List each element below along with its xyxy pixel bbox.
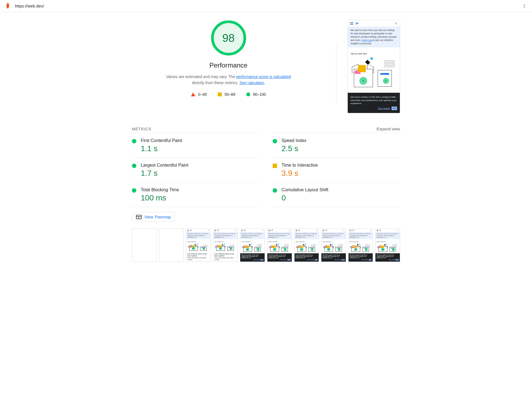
metric-row: First Contentful Paint1.1 s <box>132 133 259 158</box>
preview-about: About web.dev <box>348 47 400 57</box>
average-indicator-icon <box>273 164 277 168</box>
page-url: https://web.dev/ <box>15 4 517 8</box>
filmstrip-frame[interactable]: We want to hear from you! We are looking… <box>213 228 238 262</box>
triangle-icon <box>191 92 195 96</box>
svg-line-7 <box>397 24 397 25</box>
filmstrip-frame[interactable]: We want to hear from you! We are looking… <box>321 228 346 262</box>
hero-section: 98 Performance Values are estimated and … <box>132 20 400 113</box>
metric-row: Cumulative Layout Shift0 <box>273 182 400 207</box>
filmstrip: We want to hear from you! We are looking… <box>132 228 400 262</box>
svg-point-3 <box>524 7 525 8</box>
metric-row: Time to Interactive3.9 s <box>273 158 400 182</box>
svg-line-18 <box>290 231 290 231</box>
pass-indicator-icon <box>132 188 136 193</box>
svg-rect-0 <box>7 4 8 4</box>
pass-indicator-icon <box>132 139 136 143</box>
treemap-icon <box>136 215 142 219</box>
filmstrip-frame[interactable] <box>159 228 184 262</box>
svg-point-1 <box>524 4 525 5</box>
calculator-link[interactable]: See calculator. <box>239 81 265 85</box>
metric-value: 1.1 s <box>141 144 259 153</box>
score-description: Values are estimated and may vary. The p… <box>165 74 292 86</box>
svg-point-13 <box>235 230 236 231</box>
expand-view-toggle[interactable]: Expand view <box>377 127 400 131</box>
metric-value: 2.5 s <box>282 144 400 153</box>
filmstrip-frame[interactable]: We want to hear from you! We are looking… <box>294 228 319 262</box>
filmstrip-frame[interactable]: We want to hear from you! We are looking… <box>348 228 373 262</box>
svg-line-26 <box>398 231 399 231</box>
pass-indicator-icon <box>132 164 136 168</box>
metric-row: Largest Contentful Paint1.7 s <box>132 158 259 182</box>
circle-icon <box>246 92 250 96</box>
svg-line-16 <box>263 231 264 231</box>
more-menu-button[interactable] <box>521 3 528 9</box>
square-icon <box>218 92 222 96</box>
svg-line-20 <box>317 231 318 231</box>
svg-point-2 <box>524 6 525 6</box>
svg-point-11 <box>208 230 209 231</box>
preview-banner: We want to hear from you! We are looking… <box>348 27 400 47</box>
metric-value: 1.7 s <box>141 169 259 178</box>
filmstrip-frame[interactable]: We want to hear from you! We are looking… <box>375 228 400 262</box>
svg-point-6 <box>395 22 397 24</box>
metric-name: Total Blocking Time <box>141 187 259 192</box>
svg-point-17 <box>289 230 290 231</box>
metrics-section-label: METRICS <box>132 127 151 131</box>
filmstrip-frame[interactable]: We want to hear from you! We are looking… <box>240 228 265 262</box>
metric-name: Cumulative Layout Shift <box>282 187 400 192</box>
search-icon <box>395 22 398 25</box>
svg-line-14 <box>236 231 236 231</box>
metric-value: 0 <box>282 193 400 202</box>
topbar: https://web.dev/ <box>0 0 532 12</box>
score-calc-link[interactable]: performance score is calculated <box>236 74 291 79</box>
filmstrip-frame[interactable] <box>132 228 157 262</box>
hamburger-icon <box>350 22 353 25</box>
filmstrip-frame[interactable]: We want to hear from you! We are looking… <box>267 228 292 262</box>
svg-line-24 <box>371 231 372 231</box>
score-value: 98 <box>211 20 247 56</box>
metrics-grid: First Contentful Paint1.1 sSpeed Index2.… <box>132 133 400 207</box>
metric-name: Speed Index <box>282 138 400 143</box>
metric-value: 100 ms <box>141 193 259 202</box>
metric-value: 3.9 s <box>282 169 400 178</box>
svg-point-19 <box>316 230 317 231</box>
metric-name: Time to Interactive <box>282 163 400 168</box>
score-title: Performance <box>209 61 247 69</box>
svg-line-12 <box>209 231 209 231</box>
svg-point-15 <box>262 230 263 231</box>
webdev-logo-icon <box>355 22 359 25</box>
metric-name: First Contentful Paint <box>141 138 259 143</box>
score-legend: 0–49 50–89 90–100 <box>191 92 266 97</box>
metric-name: Largest Contentful Paint <box>141 163 259 168</box>
svg-point-25 <box>397 230 398 231</box>
pass-indicator-icon <box>273 139 277 143</box>
metric-row: Total Blocking Time100 ms <box>132 182 259 207</box>
svg-point-23 <box>370 230 371 231</box>
svg-point-21 <box>343 230 344 231</box>
page-screenshot-preview: We want to hear from you! We are looking… <box>347 20 400 113</box>
vertical-divider <box>336 45 336 105</box>
pass-indicator-icon <box>273 188 277 193</box>
svg-line-22 <box>344 231 345 231</box>
filmstrip-frame[interactable]: We want to hear from you! We are looking… <box>186 228 211 262</box>
view-treemap-button[interactable]: View Treemap <box>132 212 175 222</box>
preview-cookie-banner: We serve cookies on this site to analyze… <box>348 93 400 113</box>
score-gauge: 98 <box>211 20 247 56</box>
lighthouse-logo-icon <box>4 2 11 10</box>
metric-row: Speed Index2.5 s <box>273 133 400 158</box>
